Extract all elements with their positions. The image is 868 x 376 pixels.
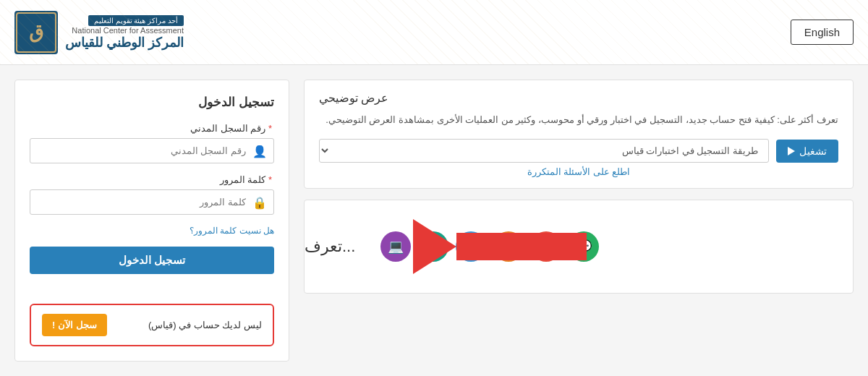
logo-emblem-icon: ق [14, 11, 58, 54]
logo-area: أحد مراكز هيئة تقويم التعليم National Ce… [14, 11, 184, 54]
required-star-2: * [268, 174, 272, 185]
demo-title: عرض توضيحي [319, 91, 838, 105]
logo-subtitle: أحد مراكز هيئة تقويم التعليم [88, 15, 184, 26]
arrow-head-icon [413, 219, 456, 274]
password-wrapper: 🔒 [30, 189, 274, 215]
banner-area: 💬 🎬 🌐 ⚙ 📋 💻 ...تعرف [304, 200, 854, 294]
arrow-shaft [456, 233, 587, 260]
play-label: تشغيل [799, 145, 827, 157]
main-content: عرض توضيحي تعرف أكثر على: كيفية فتح حساب… [0, 65, 868, 376]
english-button[interactable]: English [791, 20, 854, 45]
register-button[interactable]: سجل الآن ! [42, 314, 107, 336]
arrow-container [413, 219, 587, 274]
login-box: تسجيل الدخول * رقم السجل المدني 👤 * كلمة… [14, 80, 289, 362]
banner-text: ...تعرف [305, 237, 355, 256]
password-label: * كلمة المرور [30, 174, 274, 185]
banner-icon-6: 💻 [380, 231, 411, 262]
password-input[interactable] [30, 189, 274, 215]
civil-id-input[interactable] [30, 138, 274, 163]
svg-text:ق: ق [29, 22, 43, 43]
register-text: ليس لديك حساب في (قياس) [148, 320, 262, 330]
login-button[interactable]: تسجيل الدخول [30, 247, 274, 274]
civil-id-wrapper: 👤 [30, 138, 274, 163]
play-icon [788, 147, 795, 155]
left-panel: عرض توضيحي تعرف أكثر على: كيفية فتح حساب… [304, 80, 854, 362]
logo-text-arabic: المركز الوطني للقياس [65, 35, 184, 51]
demo-select[interactable]: طريقة التسجيل في اختبارات قياس [319, 139, 769, 163]
logo-text-english: National Center for Assessment [72, 26, 184, 35]
right-panel: تسجيل الدخول * رقم السجل المدني 👤 * كلمة… [14, 80, 289, 362]
demo-controls: تشغيل طريقة التسجيل في اختبارات قياس [319, 139, 838, 163]
faq-link[interactable]: اطلع على الأسئلة المتكررة [319, 166, 838, 177]
required-star: * [268, 123, 272, 134]
demo-description: تعرف أكثر على: كيفية فتح حساب جديد، التس… [319, 112, 838, 128]
user-icon: 👤 [252, 144, 267, 158]
lock-icon: 🔒 [252, 195, 267, 209]
login-title: تسجيل الدخول [30, 95, 274, 110]
register-box: ليس لديك حساب في (قياس) سجل الآن ! [30, 304, 274, 346]
civil-id-label: * رقم السجل المدني [30, 123, 274, 134]
play-button[interactable]: تشغيل [776, 140, 838, 163]
logo-texts: أحد مراكز هيئة تقويم التعليم National Ce… [65, 14, 184, 51]
forgot-password-link[interactable]: هل نسيت كلمة المرور؟ [30, 226, 274, 236]
demo-box: عرض توضيحي تعرف أكثر على: كيفية فتح حساب… [304, 80, 854, 189]
header: English أحد مراكز هيئة تقويم التعليم Nat… [0, 0, 868, 65]
